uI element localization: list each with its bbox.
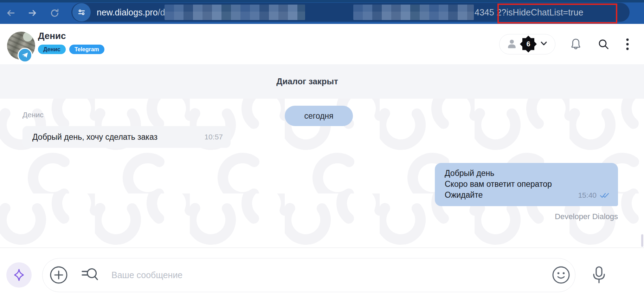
contact-avatar [7,32,35,60]
ai-assistant-button[interactable] [6,262,32,288]
search-button[interactable] [598,38,610,50]
outgoing-message-group: Добрый день Скоро вам ответит оператор О… [435,163,618,221]
app-window: new.dialogs.pro/dialogs/2 43452?isHideCh… [0,0,644,302]
url-highlighted-query: 2?isHideChatList=true [494,7,584,18]
redacted-url-segment [353,5,474,20]
redacted-url-segment [165,5,305,20]
emoji-button[interactable] [552,266,570,284]
url-tail-digits: 4345 [475,7,494,18]
url-host: new.dialogs.pro [97,7,158,17]
plus-circle-icon [50,266,68,284]
smiley-icon [552,266,570,284]
outgoing-message-time: 15:40 [578,190,597,201]
double-check-icon [600,192,610,198]
chat-header: Денис Денис Telegram 6 [0,24,644,64]
window-top-edge [0,0,644,2]
incoming-sender-name: Денис [22,111,44,119]
date-separator: сегодня [285,106,353,126]
person-icon [507,39,517,50]
outgoing-message-line: Скоро вам ответит оператор [445,179,610,190]
chevron-down-icon [540,41,548,48]
template-search-icon [81,267,99,283]
incoming-message-text: Добрый день, хочу сделать заказ [32,132,157,142]
dialog-status-banner: Диалог закрыт [0,64,644,99]
incoming-message-time: 10:57 [204,133,223,141]
operator-signature: Developer Dialogs [435,212,618,221]
contact-tags: Денис Telegram [38,45,104,54]
templates-search-button[interactable] [81,267,99,283]
browser-toolbar: new.dialogs.pro/dialogs/2 43452?isHideCh… [0,0,644,24]
incoming-message-bubble: Добрый день, хочу сделать заказ 10:57 [22,126,231,148]
outgoing-message-line: Ожидайте [445,190,483,201]
tag-contact: Денис [38,45,66,54]
assignee-selector[interactable]: 6 [499,34,555,54]
assignee-count-badge: 6 [520,36,537,53]
reload-icon[interactable] [50,8,59,18]
url-query: 43452?isHideChatList=true [475,3,583,22]
menu-button[interactable] [626,38,629,51]
bell-icon [569,38,582,51]
header-actions: 6 [499,24,629,64]
notifications-button[interactable] [569,38,582,51]
contact-name: Денис [38,31,104,41]
contact-info: Денис Денис Telegram [38,31,104,54]
message-input-container [42,258,575,292]
voice-message-button[interactable] [592,266,606,284]
attach-button[interactable] [50,266,68,284]
dialog-status-text: Диалог закрыт [276,77,338,86]
back-arrow-icon[interactable] [6,8,15,18]
sparkle-icon [12,268,26,282]
telegram-channel-icon [18,48,32,63]
scrollbar-thumb[interactable] [641,234,643,247]
microphone-icon [592,266,606,284]
assignee-count: 6 [526,40,530,48]
outgoing-message-bubble: Добрый день Скоро вам ответит оператор О… [435,163,618,206]
address-bar[interactable]: new.dialogs.pro/dialogs/2 43452?isHideCh… [71,3,630,22]
magnifier-icon [598,38,610,50]
tag-channel: Telegram [69,45,104,54]
kebab-icon [626,38,629,51]
message-list: Денис Добрый день, хочу сделать заказ 10… [0,99,644,248]
message-input[interactable] [111,270,552,280]
outgoing-message-line: Добрый день [445,168,610,179]
message-composer [0,248,644,302]
site-settings-tune-icon[interactable] [72,3,91,21]
forward-arrow-icon[interactable] [28,8,38,18]
